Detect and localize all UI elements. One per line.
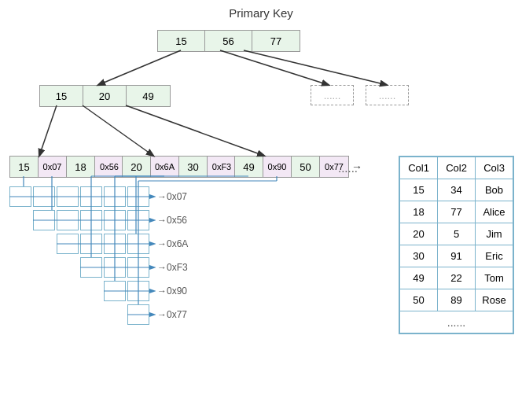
l2-dashed-2: ...... (366, 85, 409, 105)
hex-0x07: →0x07 (157, 191, 187, 202)
leaf-key-0-1: 18 (67, 157, 95, 177)
ptr-box-0xf3-6 (127, 257, 149, 278)
hex-0x77: →0x77 (157, 309, 187, 320)
root-key-0: 15 (158, 31, 205, 51)
ptr-box-0x07-2 (33, 186, 55, 207)
ptr-box-0x07-6 (127, 186, 149, 207)
ptr-box-0x07-3 (57, 186, 79, 207)
leaf-key-2-1: 50 (292, 157, 320, 177)
ptr-box-0x56-3 (57, 210, 79, 230)
table-ellipsis: ...... (400, 311, 513, 333)
ptr-box-0x6a-5 (104, 234, 126, 254)
hex-0x6a: →0x6A (157, 238, 188, 249)
l2-key-0-1: 20 (83, 86, 127, 106)
cell-5-0: 50 (400, 289, 438, 311)
leaf-ptr-1-0: 0x6A (151, 157, 179, 177)
cell-4-2: Tom (476, 267, 513, 289)
ptr-box-0x56-5 (104, 210, 126, 230)
cell-2-1: 5 (438, 223, 476, 245)
ptr-box-0xf3-5 (104, 257, 126, 278)
cell-0-2: Bob (476, 179, 513, 201)
ptr-box-0x6a-4 (80, 234, 102, 254)
leaf-key-1-1: 30 (179, 157, 208, 177)
leaf-key-0-0: 15 (10, 157, 39, 177)
cell-3-2: Eric (476, 245, 513, 267)
leaf-key-1-0: 20 (123, 157, 151, 177)
table-row: 1877Alice (400, 201, 513, 223)
cell-5-1: 89 (438, 289, 476, 311)
svg-line-3 (39, 105, 57, 156)
svg-line-0 (98, 50, 181, 85)
leaf-node-2: 49 0x90 50 0x77 (234, 156, 349, 178)
cell-1-1: 77 (438, 201, 476, 223)
hex-0x56: →0x56 (157, 215, 187, 226)
hex-0xf3: →0xF3 (157, 262, 188, 273)
leaf-ptr-1-1: 0xF3 (208, 157, 236, 177)
cell-3-1: 91 (438, 245, 476, 267)
col-header-1: Col2 (438, 157, 476, 179)
cell-0-1: 34 (438, 179, 476, 201)
ptr-box-0x56-2 (33, 210, 55, 230)
l2-dashed-1: ...... (311, 85, 354, 105)
data-table: Col1 Col2 Col3 1534Bob1877Alice205Jim309… (399, 156, 514, 334)
ptr-box-0x77-6 (127, 304, 149, 325)
page-title: Primary Key (0, 6, 522, 20)
l2-key-0-0: 15 (40, 86, 83, 106)
svg-line-4 (83, 105, 153, 156)
ptr-box-0x07-1 (9, 186, 31, 207)
leaf-key-2-0: 49 (235, 157, 263, 177)
leaf-node-1: 20 0x6A 30 0xF3 (122, 156, 237, 178)
table-row: 1534Bob (400, 179, 513, 201)
svg-line-2 (244, 50, 387, 85)
cell-2-2: Jim (476, 223, 513, 245)
table-row: 5089Rose (400, 289, 513, 311)
hex-0x90: →0x90 (157, 286, 187, 297)
leaf-group-1: 20 0x6A 30 0xF3 → (122, 156, 252, 178)
cell-5-2: Rose (476, 289, 513, 311)
root-key-1: 56 (205, 31, 252, 51)
ptr-box-0x90-5 (104, 281, 126, 301)
cell-3-0: 30 (400, 245, 438, 267)
l2-node-0: 15 20 49 (39, 85, 171, 107)
l2-key-0-2: 49 (127, 86, 170, 106)
leaf-ptr-0-0: 0x07 (39, 157, 67, 177)
svg-line-1 (220, 50, 329, 85)
table-row: 4922Tom (400, 267, 513, 289)
col-header-2: Col3 (476, 157, 513, 179)
svg-line-5 (126, 105, 264, 156)
leaf-ptr-2-0: 0x90 (263, 157, 292, 177)
ptr-box-0x56-4 (80, 210, 102, 230)
cell-4-0: 49 (400, 267, 438, 289)
ptr-box-0x56-6 (127, 210, 149, 230)
ptr-box-0x6a-3 (57, 234, 79, 254)
ptr-box-0xf3-4 (80, 257, 102, 278)
leaf-node-0: 15 0x07 18 0x56 (9, 156, 124, 178)
cell-2-0: 20 (400, 223, 438, 245)
cell-0-0: 15 (400, 179, 438, 201)
leaf-ptr-0-1: 0x56 (95, 157, 123, 177)
ptr-box-0x90-6 (127, 281, 149, 301)
ptr-box-0x07-4 (80, 186, 102, 207)
table-row: 205Jim (400, 223, 513, 245)
ptr-box-0x07-5 (104, 186, 126, 207)
col-header-0: Col1 (400, 157, 438, 179)
table-row: 3091Eric (400, 245, 513, 267)
cell-1-0: 18 (400, 201, 438, 223)
leaf-group-0: 15 0x07 18 0x56 → (9, 156, 140, 178)
cell-1-2: Alice (476, 201, 513, 223)
cell-4-1: 22 (438, 267, 476, 289)
diagram-container: Primary Key 15 56 77 15 20 49 ...... ...… (0, 0, 522, 420)
root-key-2: 77 (252, 31, 300, 51)
tree-ellipsis: ...... (338, 161, 358, 175)
root-node: 15 56 77 (157, 30, 300, 52)
ptr-box-0x6a-6 (127, 234, 149, 254)
